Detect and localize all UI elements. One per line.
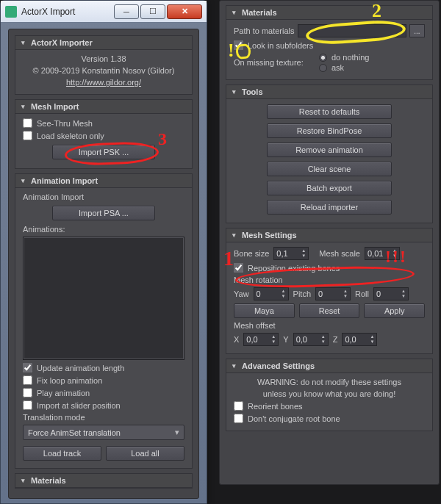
update-length-checkbox[interactable]: Update animation length (23, 363, 184, 372)
restore-bindpose-button[interactable]: Restore BindPose (267, 123, 392, 138)
clear-scene-button[interactable]: Clear scene (267, 162, 392, 176)
load-track-button[interactable]: Load track (23, 446, 101, 461)
spinner-up-icon[interactable]: ▲ (279, 289, 288, 294)
x-input[interactable] (244, 335, 269, 344)
load-all-button[interactable]: Load all (106, 446, 184, 461)
twisty-icon: ▾ (231, 10, 237, 16)
minimize-button[interactable] (114, 4, 139, 19)
x-spinner[interactable]: ▲▼ (243, 333, 279, 346)
materials-browse-button[interactable]: ... (409, 24, 425, 37)
spinner-down-icon[interactable]: ▼ (390, 253, 399, 259)
spinner-down-icon[interactable]: ▼ (299, 253, 308, 259)
spinner-up-icon[interactable]: ▲ (319, 334, 328, 339)
z-label: Z (333, 335, 338, 344)
conjugate-checkbox[interactable]: Don't conjugate root bone (234, 414, 425, 423)
mesh-scale-spinner[interactable]: ▲▼ (365, 247, 400, 260)
spinner-down-icon[interactable]: ▼ (399, 294, 408, 299)
close-button[interactable] (167, 4, 202, 19)
titlebar[interactable]: ActorX Import (1, 1, 207, 23)
mesh-settings-header[interactable]: ▾ Mesh Settings (226, 228, 432, 242)
play-anim-input[interactable] (23, 388, 32, 397)
twisty-icon: ▾ (20, 40, 26, 46)
materials-path-input[interactable] (298, 24, 406, 37)
missing-ask-radio[interactable]: ask (319, 63, 369, 72)
conjugate-input[interactable] (234, 414, 243, 423)
animation-import-header[interactable]: ▾ Animation Import (15, 174, 192, 188)
spinner-down-icon[interactable]: ▼ (368, 339, 376, 345)
rotation-row: Yaw ▲▼ Pitch ▲▼ Roll ▲▼ (234, 287, 425, 300)
z-input[interactable] (343, 335, 368, 344)
reorient-input[interactable] (234, 401, 243, 411)
materials-path-row: Path to materials ... (234, 24, 425, 37)
tools-header[interactable]: ▾ Tools (226, 85, 432, 99)
maximize-button[interactable] (140, 4, 165, 19)
see-thru-checkbox[interactable]: See-Thru Mesh (23, 118, 184, 128)
pitch-spinner[interactable]: ▲▼ (315, 287, 351, 300)
spinner-up-icon[interactable]: ▲ (299, 248, 308, 253)
missing-do-nothing-radio[interactable]: do nothing (319, 53, 369, 62)
look-subfolders-input[interactable] (234, 40, 243, 50)
spinner-down-icon[interactable]: ▼ (279, 294, 288, 299)
pitch-input[interactable] (316, 289, 341, 298)
homepage-link[interactable]: http://www.gildor.org/ (23, 78, 184, 87)
mesh-import-header[interactable]: ▾ Mesh Import (15, 100, 192, 114)
bone-size-input[interactable] (274, 249, 299, 258)
advanced-header[interactable]: ▾ Advanced Settings (226, 359, 432, 373)
reset-button[interactable]: Reset (299, 303, 360, 318)
roll-input[interactable] (374, 289, 399, 298)
actorx-import-window: ActorX Import ▾ ActorX Importer Version … (0, 0, 207, 504)
animations-listbox[interactable] (23, 237, 184, 360)
apply-button[interactable]: Apply (364, 303, 425, 318)
reposition-checkbox[interactable]: Reposition existing bones (234, 263, 425, 273)
z-spinner[interactable]: ▲▼ (342, 333, 377, 346)
header-rollout-header[interactable]: ▾ ActorX Importer (15, 36, 192, 50)
batch-export-button[interactable]: Batch export (267, 181, 392, 195)
mesh-settings-rollout: ▾ Mesh Settings Bone size ▲▼ Mesh scale … (226, 228, 433, 354)
look-subfolders-checkbox[interactable]: Look in subfolders (234, 40, 425, 50)
slider-pos-checkbox[interactable]: Import at slider position (23, 400, 184, 410)
spinner-up-icon[interactable]: ▲ (399, 289, 408, 294)
left-materials-rollout: ▾ Materials (15, 473, 193, 489)
spinner-up-icon[interactable]: ▲ (269, 334, 278, 339)
mesh-settings-title: Mesh Settings (242, 231, 297, 240)
roll-spinner[interactable]: ▲▼ (373, 287, 409, 300)
skeleton-only-input[interactable] (23, 131, 32, 140)
remove-animation-button[interactable]: Remove animation (267, 143, 392, 157)
reload-importer-button[interactable]: Reload importer (267, 200, 392, 215)
reposition-input[interactable] (234, 263, 243, 273)
reset-defaults-button[interactable]: Reset to defaults (267, 104, 392, 119)
bone-size-label: Bone size (234, 249, 269, 258)
translation-mode-dropdown[interactable]: Force AnimSet translation (23, 425, 184, 440)
y-spinner[interactable]: ▲▼ (293, 333, 329, 346)
offset-row: X ▲▼ Y ▲▼ Z ▲▼ (234, 333, 425, 346)
materials-header[interactable]: ▾ Materials (226, 6, 432, 20)
see-thru-input[interactable] (23, 118, 32, 128)
y-input[interactable] (294, 335, 319, 344)
spinner-down-icon[interactable]: ▼ (341, 294, 350, 299)
skeleton-only-checkbox[interactable]: Load skeleton only (23, 131, 184, 140)
play-anim-checkbox[interactable]: Play animation (23, 388, 184, 397)
slider-pos-input[interactable] (23, 400, 32, 410)
spinner-down-icon[interactable]: ▼ (319, 339, 328, 345)
spinner-down-icon[interactable]: ▼ (269, 339, 278, 345)
missing-texture-label: On missing texture: (234, 58, 315, 67)
fix-loop-input[interactable] (23, 375, 32, 385)
mesh-settings-body: Bone size ▲▼ Mesh scale ▲▼ Reposition ex… (226, 242, 432, 353)
translation-mode-value: Force AnimSet translation (28, 428, 121, 437)
fix-loop-checkbox[interactable]: Fix loop animation (23, 375, 184, 385)
yaw-spinner[interactable]: ▲▼ (254, 287, 289, 300)
spinner-up-icon[interactable]: ▲ (341, 289, 350, 294)
mesh-scale-input[interactable] (365, 249, 390, 258)
import-psk-button[interactable]: Import PSK ... (52, 145, 155, 159)
update-length-input[interactable] (23, 363, 32, 372)
left-materials-title: Materials (31, 476, 66, 485)
spinner-up-icon[interactable]: ▲ (390, 248, 399, 253)
bone-size-spinner[interactable]: ▲▼ (273, 247, 309, 260)
yaw-input[interactable] (254, 289, 279, 298)
left-materials-header[interactable]: ▾ Materials (15, 474, 192, 488)
reorient-checkbox[interactable]: Reorient bones (234, 401, 425, 411)
import-psa-button[interactable]: Import PSA ... (52, 206, 155, 220)
x-label: X (234, 335, 239, 344)
spinner-up-icon[interactable]: ▲ (368, 334, 376, 339)
maya-button[interactable]: Maya (234, 303, 295, 318)
